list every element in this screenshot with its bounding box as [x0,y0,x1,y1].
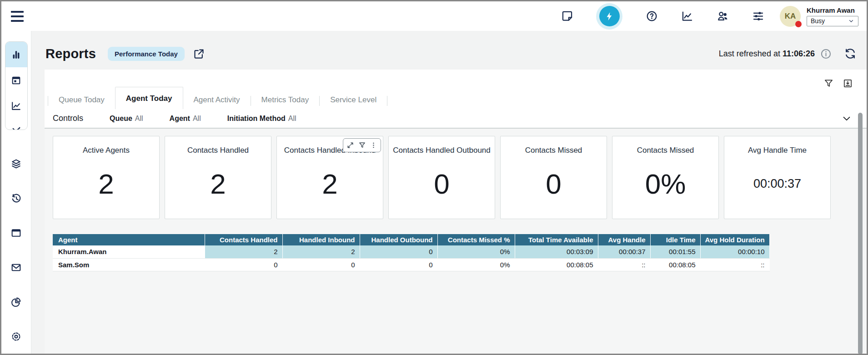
line-chart-icon [10,100,22,111]
kpi-value: 0% [645,168,686,200]
agent-name-cell: Khurram.Awan [53,245,205,258]
chevron-down-icon [848,18,854,24]
sidebar-item-layers[interactable] [5,146,27,181]
sidebar-item-customize[interactable] [5,118,27,130]
card-menu-kebab-icon[interactable] [369,141,378,150]
sidebar-item-schedule[interactable] [5,67,27,93]
busy-status-dot [795,21,802,27]
card-hover-toolbar [343,138,381,152]
expand-card-icon[interactable] [346,141,355,150]
page-title: Reports [45,46,96,61]
kpi-value: 2 [322,168,337,200]
help-icon[interactable] [645,10,658,23]
col-avg-handle: Avg Handle [598,234,650,245]
gear-icon [10,331,22,342]
tab-agent-activity[interactable]: Agent Activity [183,91,251,109]
filter-card-icon[interactable] [357,141,366,150]
agent-today-content: Active Agents 2 Contacts Handled 2 Conta… [45,129,867,354]
sidebar-item-reports[interactable] [5,42,27,67]
kpi-card-contacts-handled-inbound: Contacts Handled Inbound 2 [276,136,383,219]
col-total-time-available: Total Time Available [515,234,598,245]
bar-chart-icon [10,49,22,60]
kpi-value: 0 [546,168,561,200]
avatar[interactable]: KA [780,6,801,27]
status-dropdown[interactable]: Busy [807,16,858,26]
kpi-value: 0 [434,168,449,200]
col-agent: Agent [53,234,205,245]
external-link-icon[interactable] [193,47,206,60]
sidebar-item-settings[interactable] [5,319,27,354]
browser-window-icon [10,227,22,239]
sidebar-nav-group [5,41,28,130]
col-contacts-handled: Contacts Handled [205,234,282,245]
col-handled-inbound: Handled Inbound [282,234,360,245]
table-header-row: Agent Contacts Handled Handled Inbound H… [53,234,769,245]
kpi-card-contacts-missed: Contacts Missed 0 [500,136,607,219]
table-row: Khurram.Awan 2 2 0 0% 00:03:09 00:00:37 … [53,245,769,258]
col-handled-outbound: Handled Outbound [360,234,437,245]
settings-sliders-icon[interactable] [752,10,764,23]
col-contacts-missed-pct: Contacts Missed % [437,234,515,245]
performance-today-badge: Performance Today [108,47,185,61]
note-icon[interactable] [561,10,573,23]
filter-icon[interactable] [822,77,835,90]
col-idle-time: Idle Time [650,234,700,245]
sidebar-item-history[interactable] [5,181,27,215]
layers-icon [10,158,22,170]
avatar-initials: KA [785,12,796,21]
top-bar: KA Khurram Awan Busy [1,1,867,31]
kpi-card-contacts-missed-pct: Contacts Missed 0% [612,136,719,219]
controls-bar: Controls QueueAll AgentAll Initiation Me… [45,109,867,129]
tab-service-level[interactable]: Service Level [320,91,387,109]
filter-initiation-method[interactable]: Initiation MethodAll [227,115,296,123]
lightning-icon [599,6,620,26]
info-icon[interactable] [819,47,832,60]
kpi-card-contacts-handled: Contacts Handled 2 [165,136,271,219]
boost-lightning-button[interactable] [596,3,622,30]
kpi-value: 00:00:37 [753,177,801,191]
last-refreshed-text: Last refreshed at 11:06:26 [719,49,815,59]
sidebar-item-pie-reports[interactable] [5,285,27,319]
app-window: KA Khurram Awan Busy [0,0,868,355]
kpi-value: 2 [210,168,226,200]
left-sidebar [1,31,31,354]
sidebar-item-mail[interactable] [5,250,27,285]
kpi-card-avg-handle-time: Avg Handle Time 00:00:37 [724,136,831,219]
refresh-icon[interactable] [844,47,857,60]
tab-agent-today[interactable]: Agent Today [115,87,183,109]
kpi-card-active-agents: Active Agents 2 [53,136,160,219]
col-avg-hold-duration: Avg Hold Duration [700,234,769,245]
filter-queue[interactable]: QueueAll [110,115,143,123]
design-brush-icon [10,125,22,130]
status-dropdown-value: Busy [811,17,825,25]
hamburger-menu-icon[interactable] [11,11,24,22]
envelope-icon [10,262,22,273]
filter-agent[interactable]: AgentAll [170,115,201,123]
tab-queue-today[interactable]: Queue Today [48,91,115,109]
metrics-chart-icon[interactable] [681,10,693,23]
user-name: Khurram Awan [807,6,858,14]
history-clock-icon [10,193,22,204]
main-content: Reports Performance Today Last refreshed… [31,31,867,354]
contacts-people-icon[interactable] [716,10,729,23]
download-icon[interactable] [841,77,854,90]
sidebar-item-analytics[interactable] [5,93,27,118]
kpi-card-contacts-handled-outbound: Contacts Handled Outbound 0 [388,136,495,219]
kpi-value: 2 [98,168,114,200]
agent-metrics-table: Agent Contacts Handled Handled Inbound H… [53,234,770,271]
tab-metrics-today[interactable]: Metrics Today [251,91,320,109]
collapse-controls-chevron-icon[interactable] [840,112,853,125]
agent-name-cell: Sam.Som [53,258,205,271]
report-tabs: Queue Today Agent Today Agent Activity M… [48,90,867,109]
table-row: Sam.Som 0 0 0 0% 00:08:05 :: 00:08:05 :: [53,258,769,271]
controls-label: Controls [53,114,83,123]
report-panel: Queue Today Agent Today Agent Activity M… [45,70,867,354]
sidebar-item-browser[interactable] [5,215,27,250]
last-refreshed-time: 11:06:26 [783,49,815,58]
calendar-icon [10,75,22,86]
pie-chart-icon [10,296,22,308]
vertical-scrollbar-thumb[interactable] [858,113,863,355]
